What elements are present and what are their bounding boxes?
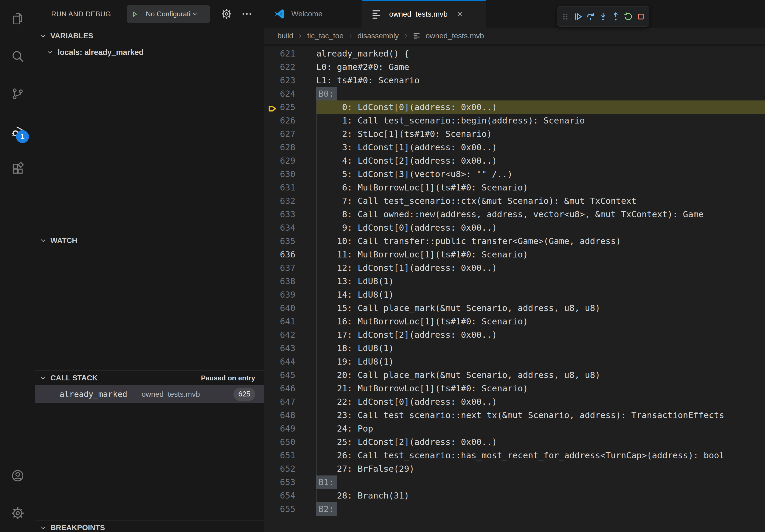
line-number[interactable]: 650 <box>264 437 296 447</box>
line-number[interactable]: 625 <box>264 102 296 112</box>
tab-owned-tests-mvb[interactable]: owned_tests.mvb <box>362 0 486 28</box>
code-line-text[interactable]: 14: LdU8(1) <box>316 288 765 301</box>
code-line[interactable]: 623L1: ts#1#0: Scenario <box>264 74 765 87</box>
code-line-text[interactable]: B1: <box>316 475 765 489</box>
breakpoints-section-header[interactable]: BREAKPOINTS <box>35 521 264 532</box>
line-number[interactable]: 641 <box>264 316 296 327</box>
code-line-text[interactable]: 27: BrFalse(29) <box>316 462 765 475</box>
more-actions-icon[interactable] <box>240 7 254 21</box>
code-line-text[interactable]: 1: Call test_scenario::begin(address): S… <box>316 114 765 127</box>
line-number[interactable]: 622 <box>264 62 296 72</box>
call-stack-section-header[interactable]: CALL STACK Paused on entry <box>35 371 264 385</box>
code-line-text[interactable]: 9: LdConst[0](address: 0x00..) <box>316 221 765 234</box>
line-number[interactable]: 624 <box>264 89 296 99</box>
code-line-text[interactable]: L1: ts#1#0: Scenario <box>316 74 765 87</box>
line-number[interactable]: 623 <box>264 75 296 86</box>
code-line-text[interactable]: 15: Call place_mark(&mut Scenario, addre… <box>316 301 765 315</box>
code-line[interactable]: 638 13: LdU8(1) <box>264 275 765 288</box>
line-number[interactable]: 652 <box>264 464 296 474</box>
code-line[interactable]: 651 26: Call test_scenario::has_most_rec… <box>264 449 765 462</box>
line-number[interactable]: 634 <box>264 223 296 233</box>
code-line-text[interactable]: 25: LdConst[2](address: 0x00..) <box>316 435 765 449</box>
code-line[interactable]: 649 24: Pop <box>264 422 765 435</box>
code-line[interactable]: 622L0: game#2#0: Game <box>264 60 765 74</box>
activity-item-run-and-debug[interactable]: 1 <box>0 113 35 150</box>
line-number[interactable]: 648 <box>264 410 296 420</box>
code-editor[interactable]: 621already_marked() {622L0: game#2#0: Ga… <box>264 44 765 532</box>
code-line[interactable]: 639 14: LdU8(1) <box>264 288 765 301</box>
step-over-button[interactable] <box>584 8 597 25</box>
code-line-text[interactable]: 4: LdConst[2](address: 0x00..) <box>316 154 765 167</box>
code-line-text[interactable]: 21: MutBorrowLoc[1](ts#1#0: Scenario) <box>316 382 765 395</box>
code-line[interactable]: 654 28: Branch(31) <box>264 489 765 502</box>
line-number[interactable]: 630 <box>264 169 296 179</box>
line-number[interactable]: 626 <box>264 116 296 126</box>
line-number[interactable]: 637 <box>264 263 296 273</box>
line-number[interactable]: 631 <box>264 182 296 193</box>
start-debug-icon[interactable] <box>127 5 142 23</box>
close-icon[interactable] <box>455 9 465 19</box>
breadcrumb-item[interactable]: tic_tac_toe <box>307 32 344 40</box>
code-line[interactable]: 645 20: Call place_mark(&mut Scenario, a… <box>264 368 765 382</box>
activity-item-account[interactable] <box>0 457 35 494</box>
restart-button[interactable] <box>622 8 634 25</box>
line-number[interactable]: 643 <box>264 343 296 353</box>
code-line-text[interactable]: 23: Call test_scenario::next_tx(&mut Sce… <box>316 408 765 422</box>
line-number[interactable]: 653 <box>264 477 296 487</box>
code-line[interactable]: 625 0: LdConst[0](address: 0x00..) <box>264 101 765 114</box>
code-line-text[interactable]: B0: <box>316 87 765 101</box>
line-number[interactable]: 633 <box>264 209 296 219</box>
activity-item-extensions[interactable] <box>0 150 35 187</box>
code-line[interactable]: 628 3: LdConst[1](address: 0x00..) <box>264 140 765 154</box>
line-number[interactable]: 638 <box>264 276 296 286</box>
line-number[interactable]: 635 <box>264 236 296 246</box>
code-line[interactable]: 632 7: Call test_scenario::ctx(&mut Scen… <box>264 194 765 208</box>
code-line-text[interactable]: 20: Call place_mark(&mut Scenario, addre… <box>316 368 765 382</box>
line-number[interactable]: 640 <box>264 303 296 313</box>
activity-item-source-control[interactable] <box>0 75 35 113</box>
variables-section-header[interactable]: VARIABLES <box>35 29 264 43</box>
code-line-text[interactable]: 24: Pop <box>316 422 765 435</box>
code-line-text[interactable]: 6: MutBorrowLoc[1](ts#1#0: Scenario) <box>316 181 765 194</box>
code-line[interactable]: 646 21: MutBorrowLoc[1](ts#1#0: Scenario… <box>264 382 765 395</box>
line-number[interactable]: 646 <box>264 383 296 394</box>
code-line[interactable]: 629 4: LdConst[2](address: 0x00..) <box>264 154 765 167</box>
code-line[interactable]: 627 2: StLoc[1](ts#1#0: Scenario) <box>264 127 765 140</box>
line-number[interactable]: 627 <box>264 129 296 139</box>
code-line-text[interactable]: 2: StLoc[1](ts#1#0: Scenario) <box>316 127 765 140</box>
code-line-text[interactable]: 5: LdConst[3](vector<u8>: "" /..) <box>316 167 765 181</box>
code-line[interactable]: 650 25: LdConst[2](address: 0x00..) <box>264 435 765 449</box>
activity-item-settings[interactable] <box>0 494 35 532</box>
code-line-text[interactable]: already_marked() { <box>316 47 765 60</box>
step-into-button[interactable] <box>597 8 609 25</box>
code-line-text[interactable]: B2: <box>316 502 765 516</box>
code-line-text[interactable]: 17: LdConst[2](address: 0x00..) <box>316 328 765 342</box>
stop-button[interactable] <box>634 8 647 25</box>
code-line-text[interactable]: 16: MutBorrowLoc[1](ts#1#0: Scenario) <box>316 315 765 328</box>
line-number[interactable]: 639 <box>264 290 296 300</box>
code-line[interactable]: 635 10: Call transfer::public_transfer<G… <box>264 234 765 248</box>
code-line[interactable]: 634 9: LdConst[0](address: 0x00..) <box>264 221 765 234</box>
line-number[interactable]: 621 <box>264 49 296 59</box>
code-line[interactable]: 641 16: MutBorrowLoc[1](ts#1#0: Scenario… <box>264 315 765 328</box>
code-line-text[interactable]: 8: Call owned::new(address, address, vec… <box>316 208 765 221</box>
code-line[interactable]: 624B0: <box>264 87 765 101</box>
line-number[interactable]: 655 <box>264 504 296 514</box>
debug-settings-gear-icon[interactable] <box>220 7 234 21</box>
continue-button[interactable] <box>571 8 584 25</box>
breadcrumb-item[interactable]: owned_tests.mvb <box>413 31 484 40</box>
code-line[interactable]: 653B1: <box>264 475 765 489</box>
code-line[interactable]: 648 23: Call test_scenario::next_tx(&mut… <box>264 408 765 422</box>
code-line-text[interactable]: 18: LdU8(1) <box>316 342 765 355</box>
code-line[interactable]: 621already_marked() { <box>264 47 765 60</box>
line-number[interactable]: 628 <box>264 142 296 152</box>
code-line[interactable]: 642 17: LdConst[2](address: 0x00..) <box>264 328 765 342</box>
code-line-text[interactable]: L0: game#2#0: Game <box>316 60 765 74</box>
code-line[interactable]: 643 18: LdU8(1) <box>264 342 765 355</box>
variables-scope-row[interactable]: locals: already_marked <box>35 45 264 60</box>
code-line-text[interactable]: 22: LdConst[0](address: 0x00..) <box>316 395 765 408</box>
code-line[interactable]: 655B2: <box>264 502 765 516</box>
code-line[interactable]: 644 19: LdU8(1) <box>264 355 765 368</box>
code-line-text[interactable]: 10: Call transfer::public_transfer<Game>… <box>316 234 765 248</box>
code-line[interactable]: 631 6: MutBorrowLoc[1](ts#1#0: Scenario) <box>264 181 765 194</box>
